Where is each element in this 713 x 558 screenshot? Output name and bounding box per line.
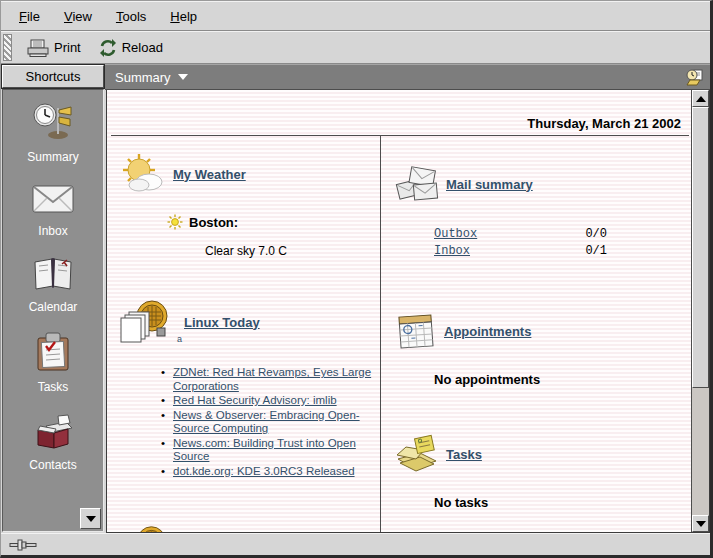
toolbar-grip-handle[interactable] [3, 34, 12, 61]
appointments-title-link[interactable]: Appointments [444, 324, 531, 339]
arrow-down-icon [86, 516, 96, 522]
news-feed-icon [119, 298, 171, 346]
shortcuts-scroll-down-button[interactable] [80, 508, 101, 529]
mail-folder-row: Inbox 0/1 [434, 243, 685, 260]
mail-folder-row: Outbox 0/0 [434, 226, 685, 243]
summary-content: Thursday, March 21 2002 [107, 90, 691, 532]
sidebar-item-label: Inbox [38, 224, 67, 238]
menu-bar: File View Tools Help [1, 1, 710, 31]
sidebar-item-label: Summary [27, 150, 78, 164]
scroll-up-button[interactable] [692, 90, 709, 107]
date-heading: Thursday, March 21 2002 [109, 90, 691, 135]
summary-right-column: Mail summary Outbox 0/0 Inbox 0/1 [380, 136, 691, 532]
anchor-icon: a [177, 334, 182, 344]
news-item-link[interactable]: ZDNet: Red Hat Revamps, Eyes Large Corpo… [173, 366, 371, 392]
inbox-count: 0/1 [585, 243, 685, 260]
inbox-icon [30, 182, 76, 216]
status-bar [1, 533, 710, 555]
mail-folder-list: Outbox 0/0 Inbox 0/1 [434, 226, 685, 260]
news-feed-title-link[interactable]: Linux Today [184, 315, 260, 330]
news-item-link[interactable]: News & Observer: Embracing Open-Source C… [173, 409, 360, 435]
summary-mini-icon[interactable] [686, 68, 704, 86]
appointments-icon [394, 310, 438, 352]
sidebar-item-tasks[interactable]: Tasks [5, 332, 101, 394]
tasks-icon [34, 332, 72, 372]
weather-location: Boston: [189, 215, 238, 230]
sidebar-item-calendar[interactable]: Calendar [5, 256, 101, 314]
toolbar: Print Reload [1, 31, 710, 64]
menu-view[interactable]: View [56, 5, 100, 28]
app-window: File View Tools Help Print Reload [0, 0, 713, 558]
scrollbar-thumb[interactable] [692, 107, 709, 388]
inbox-folder-link[interactable]: Inbox [434, 243, 470, 260]
scroll-down-button[interactable] [692, 515, 709, 532]
folder-view-panel: Summary Thursday, March 21 2002 [105, 64, 710, 533]
outbox-count: 0/0 [585, 226, 685, 243]
weather-location-row: Boston: [167, 214, 374, 230]
sidebar-item-summary[interactable]: Summary [5, 102, 101, 164]
vertical-scrollbar[interactable] [691, 90, 709, 532]
sidebar-item-label: Contacts [29, 458, 76, 472]
news-item: News & Observer: Embracing Open-Source C… [161, 409, 374, 436]
weather-condition: Clear sky 7.0 C [205, 244, 374, 258]
arrow-down-icon [696, 521, 706, 527]
reload-button[interactable]: Reload [92, 33, 170, 62]
weather-section-header: My Weather [119, 152, 374, 196]
tasks-panel-icon [394, 433, 440, 475]
news-item: Red Hat Security Advisory: imlib [161, 394, 374, 408]
news-feed-icon [119, 524, 171, 532]
menu-help[interactable]: Help [162, 5, 205, 28]
scrollbar-trough[interactable] [692, 388, 709, 515]
reload-icon [99, 39, 117, 57]
outbox-folder-link[interactable]: Outbox [434, 226, 477, 243]
sidebar-item-label: Calendar [29, 300, 78, 314]
mail-summary-title-link[interactable]: Mail summary [446, 177, 533, 192]
online-status-icon[interactable] [9, 538, 39, 552]
print-icon [27, 38, 49, 58]
news-feed-header: a Salon.com [119, 524, 374, 532]
menu-tools[interactable]: Tools [108, 5, 154, 28]
shortcuts-sidebar: Shortcuts Summary [1, 64, 105, 533]
folder-title-bar[interactable]: Summary [105, 64, 710, 90]
contacts-icon [32, 412, 74, 450]
news-item-link[interactable]: News.com: Building Trust into Open Sourc… [173, 437, 356, 463]
news-item: ZDNet: Red Hat Revamps, Eyes Large Corpo… [161, 366, 374, 393]
main-area: Shortcuts Summary [1, 64, 710, 533]
no-tasks-text: No tasks [434, 495, 685, 510]
arrow-up-icon [696, 96, 706, 102]
print-button[interactable]: Print [20, 33, 88, 62]
sidebar-item-label: Tasks [38, 380, 69, 394]
sidebar-item-inbox[interactable]: Inbox [5, 182, 101, 238]
sidebar-item-contacts[interactable]: Contacts [5, 412, 101, 472]
news-item-link[interactable]: dot.kde.org: KDE 3.0RC3 Released [173, 465, 355, 477]
print-label: Print [54, 40, 81, 55]
weather-icon [119, 152, 167, 196]
shortcuts-header-button[interactable]: Shortcuts [2, 65, 104, 88]
news-item: News.com: Building Trust into Open Sourc… [161, 437, 374, 464]
tasks-title-link[interactable]: Tasks [446, 447, 482, 462]
mail-summary-header: Mail summary [394, 164, 685, 204]
summary-left-column: My Weather [109, 136, 380, 532]
sun-icon [167, 214, 183, 230]
chevron-down-icon [178, 74, 188, 80]
news-item-list: ZDNet: Red Hat Revamps, Eyes Large Corpo… [161, 366, 374, 478]
no-appointments-text: No appointments [434, 372, 685, 387]
mail-summary-icon [394, 164, 440, 204]
weather-title-link[interactable]: My Weather [173, 167, 246, 182]
calendar-icon [31, 256, 75, 292]
folder-title: Summary [115, 70, 171, 85]
summary-view: Thursday, March 21 2002 [106, 90, 710, 533]
news-feed-header: a Linux Today [119, 298, 374, 346]
summary-icon [32, 102, 74, 142]
appointments-header: Appointments [394, 310, 685, 352]
tasks-header: Tasks [394, 433, 685, 475]
reload-label: Reload [122, 40, 163, 55]
news-item: dot.kde.org: KDE 3.0RC3 Released [161, 465, 374, 479]
shortcuts-panel: Summary Inbox [2, 89, 104, 532]
menu-file[interactable]: File [11, 5, 48, 28]
news-item-link[interactable]: Red Hat Security Advisory: imlib [173, 394, 337, 406]
